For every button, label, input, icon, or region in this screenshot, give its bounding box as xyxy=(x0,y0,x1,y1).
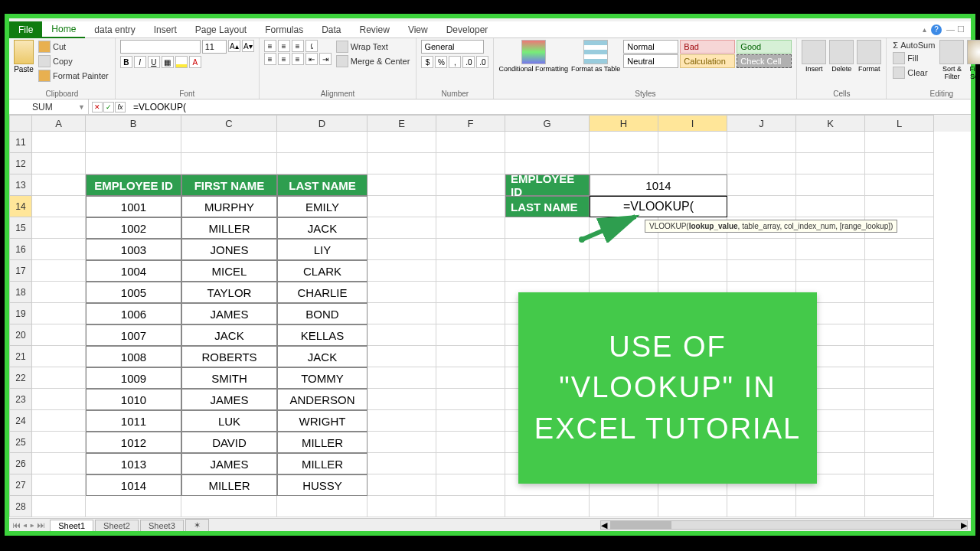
cell-C13[interactable]: FIRST NAME xyxy=(181,174,277,196)
fx-icon[interactable]: fx xyxy=(115,102,126,112)
row-header[interactable]: 28 xyxy=(9,496,32,517)
align-top-icon[interactable]: ≡ xyxy=(264,40,276,52)
sheet-tab-3[interactable]: Sheet3 xyxy=(140,520,184,531)
cell-G17[interactable] xyxy=(505,260,590,282)
cell-I11[interactable] xyxy=(658,132,727,153)
cell-J12[interactable] xyxy=(727,153,796,174)
cell-L16[interactable] xyxy=(865,239,934,260)
find-select-icon[interactable] xyxy=(967,40,980,64)
cell-B25[interactable]: 1012 xyxy=(86,432,181,453)
wrap-text-button[interactable]: Wrap Text xyxy=(335,40,412,54)
cell-D26[interactable]: MILLER xyxy=(277,453,368,474)
cell-K14[interactable] xyxy=(796,196,865,217)
cell-B24[interactable]: 1011 xyxy=(86,410,181,432)
cell-I12[interactable] xyxy=(658,153,727,174)
cell-E11[interactable] xyxy=(368,132,436,153)
font-size-select[interactable] xyxy=(202,40,227,54)
cell-D23[interactable]: ANDERSON xyxy=(277,389,368,410)
style-neutral[interactable]: Neutral xyxy=(623,54,678,68)
window-controls[interactable]: — ☐ xyxy=(946,24,965,34)
cell-C21[interactable]: ROBERTS xyxy=(181,346,277,367)
cell-L28[interactable] xyxy=(865,496,934,517)
style-check-cell[interactable]: Check Cell xyxy=(737,54,792,68)
cell-I17[interactable] xyxy=(658,260,727,282)
increase-font-icon[interactable]: A▴ xyxy=(228,40,240,52)
dec-decimal-icon[interactable]: .0 xyxy=(476,56,488,68)
cell-A19[interactable] xyxy=(32,303,86,324)
style-bad[interactable]: Bad xyxy=(680,40,735,54)
cell-E12[interactable] xyxy=(368,153,436,174)
cell-B20[interactable]: 1007 xyxy=(86,324,181,346)
font-color-button[interactable]: A xyxy=(189,56,201,68)
tab-developer[interactable]: Developer xyxy=(437,21,498,38)
currency-icon[interactable]: $ xyxy=(421,56,433,68)
cell-H12[interactable] xyxy=(590,153,658,174)
cell-A21[interactable] xyxy=(32,346,86,367)
row-header[interactable]: 17 xyxy=(9,260,32,282)
cell-C19[interactable]: JAMES xyxy=(181,303,277,324)
style-good[interactable]: Good xyxy=(737,40,792,54)
sheet-nav-icons[interactable]: ⏮ ◀ ▶ ⏭ xyxy=(9,520,48,530)
insert-cells-icon[interactable] xyxy=(802,40,826,64)
cell-A27[interactable] xyxy=(32,474,86,496)
cell-L23[interactable] xyxy=(865,389,934,410)
cell-A16[interactable] xyxy=(32,239,86,260)
col-E[interactable]: E xyxy=(368,115,436,132)
cell-A15[interactable] xyxy=(32,217,86,239)
cell-L13[interactable] xyxy=(865,174,934,196)
cell-E27[interactable] xyxy=(368,474,436,496)
cell-E14[interactable] xyxy=(368,196,436,217)
align-center-icon[interactable]: ≡ xyxy=(278,53,290,65)
tab-formulas[interactable]: Formulas xyxy=(256,21,312,38)
cell-E28[interactable] xyxy=(368,496,436,517)
col-B[interactable]: B xyxy=(86,115,181,132)
sheet-tab-2[interactable]: Sheet2 xyxy=(95,520,139,531)
cell-L25[interactable] xyxy=(865,432,934,453)
cell-A12[interactable] xyxy=(32,153,86,174)
col-A[interactable]: A xyxy=(32,115,86,132)
cell-B26[interactable]: 1013 xyxy=(86,453,181,474)
cell-D17[interactable]: CLARK xyxy=(277,260,368,282)
cell-J13[interactable] xyxy=(727,174,796,196)
cell-C16[interactable]: JONES xyxy=(181,239,277,260)
insert-button[interactable]: Insert xyxy=(805,65,823,73)
cell-C24[interactable]: LUK xyxy=(181,410,277,432)
delete-button[interactable]: Delete xyxy=(831,65,851,73)
merge-center-button[interactable]: Merge & Center xyxy=(335,54,412,68)
cell-E17[interactable] xyxy=(368,260,436,282)
format-painter-button[interactable]: Format Painter xyxy=(37,69,110,83)
cell-D13[interactable]: LAST NAME xyxy=(277,174,368,196)
row-header[interactable]: 20 xyxy=(9,324,32,346)
cell-D14[interactable]: EMILY xyxy=(277,196,368,217)
cell-D15[interactable]: JACK xyxy=(277,217,368,239)
cell-J16[interactable] xyxy=(727,239,796,260)
cell-H11[interactable] xyxy=(590,132,658,153)
col-I[interactable]: I xyxy=(658,115,727,132)
cancel-formula-icon[interactable]: ✕ xyxy=(92,102,103,112)
minimize-ribbon-icon[interactable]: ▴ xyxy=(923,25,926,34)
cell-B19[interactable]: 1006 xyxy=(86,303,181,324)
cell-A26[interactable] xyxy=(32,453,86,474)
cell-A14[interactable] xyxy=(32,196,86,217)
cell-E26[interactable] xyxy=(368,453,436,474)
cell-L27[interactable] xyxy=(865,474,934,496)
cell-K16[interactable] xyxy=(796,239,865,260)
cell-C25[interactable]: DAVID xyxy=(181,432,277,453)
italic-button[interactable]: I xyxy=(134,56,146,68)
cell-B13[interactable]: EMPLOYEE ID xyxy=(86,174,181,196)
cell-A23[interactable] xyxy=(32,389,86,410)
cell-E24[interactable] xyxy=(368,410,436,432)
row-header[interactable]: 22 xyxy=(9,367,32,389)
cell-A25[interactable] xyxy=(32,432,86,453)
cell-D18[interactable]: CHARLIE xyxy=(277,282,368,303)
row-header[interactable]: 16 xyxy=(9,239,32,260)
cell-F23[interactable] xyxy=(436,389,505,410)
select-all-corner[interactable] xyxy=(9,115,32,132)
enter-formula-icon[interactable]: ✓ xyxy=(103,102,114,112)
cell-A17[interactable] xyxy=(32,260,86,282)
cell-F18[interactable] xyxy=(436,282,505,303)
cell-L17[interactable] xyxy=(865,260,934,282)
cell-K11[interactable] xyxy=(796,132,865,153)
cell-E21[interactable] xyxy=(368,346,436,367)
cell-B28[interactable] xyxy=(86,496,181,517)
